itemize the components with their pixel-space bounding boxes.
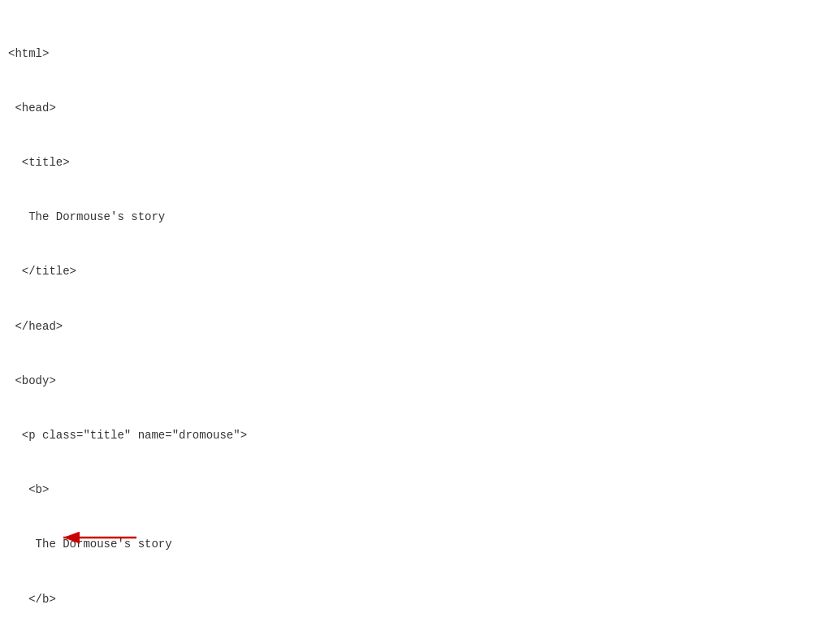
code-line-1: <html>: [0, 45, 840, 63]
code-line-2: <head>: [0, 99, 840, 117]
code-line-5: </title>: [0, 262, 840, 280]
code-line-6: </head>: [0, 318, 840, 335]
code-line-7: <body>: [0, 372, 840, 390]
code-line-3: <title>: [0, 153, 840, 171]
code-line-8: <p class="title" name="dromouse">: [0, 426, 840, 444]
code-line-10: The Dormouse's story: [0, 535, 840, 553]
code-line-9: <b>: [0, 481, 840, 499]
code-line-11: </b>: [0, 590, 840, 608]
code-display: <html> <head> <title> The Dormouse's sto…: [0, 0, 840, 635]
code-line-4: The Dormouse's story: [0, 208, 840, 226]
